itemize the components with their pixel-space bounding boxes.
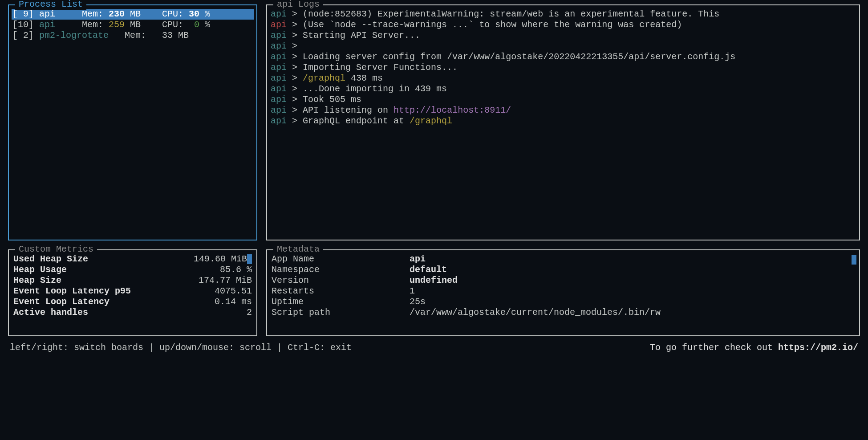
- metadata-label: Script path: [272, 307, 410, 318]
- metric-label: Heap Size: [13, 275, 199, 286]
- metric-row[interactable]: Used Heap Size149.60 MiB: [12, 254, 254, 265]
- metadata-label: App Name: [272, 254, 410, 265]
- metadata-row: Namespacedefault: [270, 265, 856, 275]
- metadata-row: Uptime25s: [270, 297, 856, 307]
- metadata-label: Version: [272, 275, 410, 286]
- metadata-value: api: [410, 254, 426, 265]
- log-line: api > Importing Server Functions...: [270, 62, 856, 73]
- footer-link[interactable]: https://pm2.io/: [778, 342, 858, 353]
- process-row[interactable]: [ 2] pm2-logrotate Mem: 33 MB: [12, 30, 254, 41]
- metadata-value: undefined: [410, 275, 458, 286]
- metric-row[interactable]: Heap Size174.77 MiB: [12, 275, 254, 286]
- metric-row[interactable]: Heap Usage85.6 %: [12, 265, 254, 275]
- log-line: api >: [270, 41, 856, 52]
- custom-metrics-panel[interactable]: Custom Metrics Used Heap Size149.60 MiBH…: [8, 249, 257, 336]
- metadata-row: Restarts1: [270, 286, 856, 297]
- metadata-row: App Nameapi: [270, 254, 856, 265]
- log-line: api > Starting API Server...: [270, 30, 856, 41]
- log-line: api > Took 505 ms: [270, 94, 856, 105]
- metadata-value: 25s: [410, 297, 426, 307]
- log-line: api > /graphql 438 ms: [270, 73, 856, 84]
- metric-value: 0.14 ms: [215, 297, 252, 307]
- log-line: api > (node:852683) ExperimentalWarning:…: [270, 9, 856, 20]
- metadata-label: Namespace: [272, 265, 410, 275]
- metadata-row: Script path/var/www/algostake/current/no…: [270, 307, 856, 318]
- metrics-title: Custom Metrics: [15, 244, 97, 255]
- process-list-title: Process List: [15, 0, 86, 10]
- process-row[interactable]: [ 9] api Mem: 230 MB CPU: 30 %: [12, 9, 254, 20]
- process-row[interactable]: [10] api Mem: 259 MB CPU: 0 %: [12, 20, 254, 30]
- scroll-indicator[interactable]: [852, 255, 856, 265]
- logs-panel[interactable]: api Logs api > (node:852683) Experimenta…: [266, 4, 860, 240]
- metadata-row: Versionundefined: [270, 275, 856, 286]
- metric-value: 4075.51: [215, 286, 252, 297]
- metadata-value: /var/www/algostake/current/node_modules/…: [410, 307, 661, 318]
- log-line: api > Loading server config from /var/ww…: [270, 52, 856, 62]
- metric-row[interactable]: Event Loop Latency0.14 ms: [12, 297, 254, 307]
- metric-label: Heap Usage: [13, 265, 220, 275]
- metric-row[interactable]: Event Loop Latency p954075.51: [12, 286, 254, 297]
- metadata-value: default: [410, 265, 447, 275]
- log-line: api > GraphQL endpoint at /graphql: [270, 116, 856, 126]
- metric-value: 174.77 MiB: [199, 275, 252, 286]
- metadata-panel[interactable]: Metadata App NameapiNamespacedefaultVers…: [266, 249, 860, 336]
- metadata-title: Metadata: [273, 244, 323, 255]
- metric-label: Active handles: [13, 307, 247, 318]
- metric-value: 85.6 %: [220, 265, 252, 275]
- footer-promo: To go further check out https://pm2.io/: [650, 342, 858, 353]
- log-line: api > ...Done importing in 439 ms: [270, 84, 856, 94]
- metadata-label: Restarts: [272, 286, 410, 297]
- logs-title: api Logs: [273, 0, 323, 10]
- metadata-value: 1: [410, 286, 415, 297]
- log-line: api > API listening on http://localhost:…: [270, 105, 856, 116]
- log-line: api > (Use `node --trace-warnings ...` t…: [270, 20, 856, 30]
- metadata-label: Uptime: [272, 297, 410, 307]
- footer-bar: left/right: switch boards | up/down/mous…: [8, 340, 860, 353]
- metric-label: Event Loop Latency: [13, 297, 215, 307]
- process-list-panel[interactable]: Process List [ 9] api Mem: 230 MB CPU: 3…: [8, 4, 257, 240]
- metric-label: Used Heap Size: [13, 254, 194, 265]
- metric-value: 2: [247, 307, 252, 318]
- metric-label: Event Loop Latency p95: [13, 286, 215, 297]
- metric-row[interactable]: Active handles2: [12, 307, 254, 318]
- metric-value: 149.60 MiB: [194, 254, 252, 265]
- footer-help-text: left/right: switch boards | up/down/mous…: [10, 342, 352, 353]
